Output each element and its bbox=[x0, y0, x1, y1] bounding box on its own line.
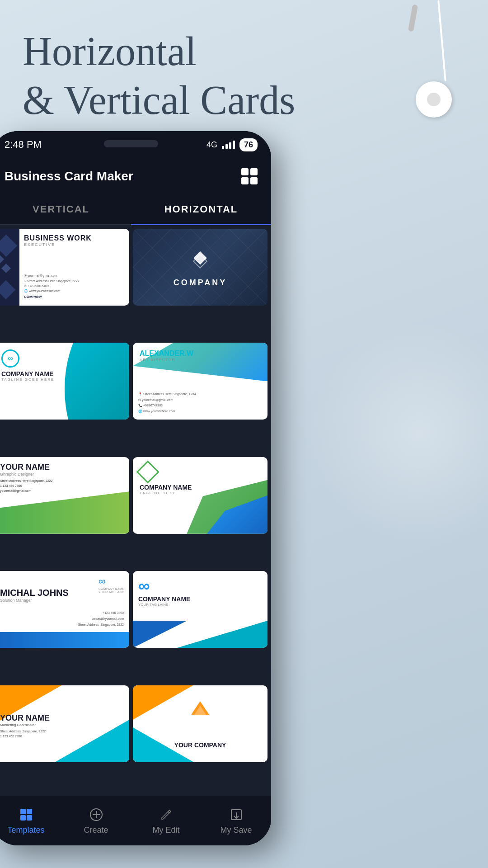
template-icon bbox=[18, 807, 34, 823]
speaker-grille bbox=[104, 140, 158, 147]
nav-create-label: Create bbox=[84, 826, 108, 835]
nav-my-edit-label: My Edit bbox=[152, 826, 179, 835]
earphones-decoration bbox=[371, 0, 470, 118]
card-7-title: Solution Manager bbox=[0, 598, 124, 603]
card-1-content: BUSINESS WORK EXECUTIVE bbox=[24, 234, 126, 247]
light-circle bbox=[307, 321, 488, 547]
card-7-contact: +123 456 7890 contact@yourmail.com Stree… bbox=[78, 610, 124, 627]
nav-templates-label: Templates bbox=[7, 826, 44, 835]
signal-bar-3 bbox=[229, 142, 231, 149]
card-2[interactable]: COMPANY bbox=[133, 229, 267, 306]
signal-bar-2 bbox=[225, 144, 228, 149]
battery-badge: 76 bbox=[239, 138, 258, 151]
card-1-subtitle: EXECUTIVE bbox=[24, 242, 126, 247]
card-4[interactable]: ALEXANDER.W ART DIRECTOR 📍 Street Addres… bbox=[133, 343, 267, 420]
grid-cell-2 bbox=[250, 168, 258, 175]
card-5-name: YOUR NAME bbox=[0, 462, 124, 472]
tabs-container: VERTICAL HORIZONTAL bbox=[0, 194, 271, 225]
signal-bar-4 bbox=[233, 141, 235, 149]
card-7-blue-bottom bbox=[0, 632, 129, 648]
card-8-infinity: ∞ bbox=[138, 576, 262, 595]
screen: 2:48 PM 4G 76 Business Card Maker bbox=[0, 131, 271, 845]
plus-icon bbox=[88, 807, 104, 823]
grid-cell-4 bbox=[250, 177, 258, 184]
bg-title-line1: Horizontal bbox=[23, 29, 197, 74]
card-6-logo bbox=[136, 460, 160, 483]
app-title: Business Card Maker bbox=[5, 169, 133, 184]
card-8-tagline: YOUR TAG LAINE bbox=[138, 603, 262, 607]
card-7-infinity: ∞ bbox=[99, 576, 125, 587]
card-8-name: COMPANY NAME bbox=[138, 595, 262, 603]
card-grid: BUSINESS WORK EXECUTIVE ✉ yourmail@gmail… bbox=[0, 225, 271, 799]
tab-horizontal[interactable]: HORIZONTAL bbox=[131, 194, 271, 224]
nav-create[interactable]: Create bbox=[61, 807, 131, 835]
nav-my-save[interactable]: My Save bbox=[201, 807, 271, 835]
tab-vertical[interactable]: VERTICAL bbox=[0, 194, 131, 224]
svg-rect-6 bbox=[20, 815, 26, 821]
svg-rect-5 bbox=[27, 809, 32, 814]
bottom-nav: Templates Create bbox=[0, 796, 271, 845]
nav-my-edit[interactable]: My Edit bbox=[131, 807, 201, 835]
card-5-wave bbox=[0, 491, 129, 534]
grid-cell-3 bbox=[241, 177, 249, 184]
card-10-company: YOUR COMPANY bbox=[133, 741, 267, 749]
card-4-name: ALEXANDER.W bbox=[140, 349, 261, 358]
save-icon bbox=[228, 807, 244, 823]
card-5-title: Ghraphic Designer bbox=[0, 472, 124, 476]
card-9-title: Marketing Coordinator bbox=[0, 723, 124, 727]
card-7-logo-name: COMPANY NAMEYOUR TAG LAINE bbox=[99, 587, 125, 594]
card-8[interactable]: ∞ COMPANY NAME YOUR TAG LAINE bbox=[133, 571, 267, 648]
card-10-arrow-logo bbox=[189, 699, 211, 717]
card-3[interactable]: ∞ COMPANY NAME TAGLINE GOES HERE bbox=[0, 343, 129, 420]
card-1-contact: ✉ yourmail@gmail.com ⌂ Street Address He… bbox=[24, 273, 80, 300]
signal-bars bbox=[222, 141, 235, 149]
card-7[interactable]: ∞ COMPANY NAMEYOUR TAG LAINE MICHAL JOHN… bbox=[0, 571, 129, 648]
card-6[interactable]: COMPANY NAME TAGLINE TEXT bbox=[133, 457, 267, 534]
card-8-cyan-tri bbox=[177, 621, 267, 648]
card-7-top-logo: ∞ COMPANY NAMEYOUR TAG LAINE bbox=[99, 576, 125, 594]
grid-icon[interactable] bbox=[241, 168, 258, 184]
app-header: Business Card Maker bbox=[0, 158, 271, 194]
bg-title-line2: & Vertical Cards bbox=[23, 78, 295, 123]
bg-title: Horizontal & Vertical Cards bbox=[23, 27, 295, 125]
earphone-cord bbox=[437, 0, 446, 81]
card-1[interactable]: BUSINESS WORK EXECUTIVE ✉ yourmail@gmail… bbox=[0, 229, 129, 306]
signal-bar-1 bbox=[222, 146, 224, 149]
status-time: 2:48 PM bbox=[5, 139, 42, 151]
network-label: 4G bbox=[206, 140, 217, 150]
svg-rect-7 bbox=[27, 815, 32, 821]
edit-icon bbox=[158, 807, 174, 823]
card-1-dark-side bbox=[0, 229, 19, 306]
earphone-jack bbox=[408, 4, 418, 32]
status-bar: 2:48 PM 4G 76 bbox=[0, 131, 271, 158]
card-5[interactable]: YOUR NAME Ghraphic Designer Street Addre… bbox=[0, 457, 129, 534]
card-9-name: YOUR NAME bbox=[0, 713, 124, 723]
card-1-title: BUSINESS WORK bbox=[24, 234, 126, 242]
phone: 2:48 PM 4G 76 Business Card Maker bbox=[0, 131, 271, 845]
nav-my-save-label: My Save bbox=[220, 826, 252, 835]
card-9-contact: Street Address ,Singapore, 2222 1 123 45… bbox=[0, 729, 124, 739]
nav-templates[interactable]: Templates bbox=[0, 807, 61, 835]
status-icons: 4G 76 bbox=[206, 138, 258, 151]
svg-rect-4 bbox=[20, 809, 26, 814]
earphone-bud bbox=[416, 81, 452, 118]
card-9[interactable]: YOUR NAME Marketing Coordinator Street A… bbox=[0, 685, 129, 762]
grid-cell-1 bbox=[241, 168, 249, 175]
card-5-contact: Street Address Here Singapore, 2222 1 12… bbox=[0, 478, 124, 494]
card-4-title: ART DIRECTOR bbox=[140, 358, 261, 362]
card-10[interactable]: YOUR COMPANY bbox=[133, 685, 267, 762]
card-3-logo: ∞ bbox=[1, 349, 19, 368]
card-4-contact: 📍 Street Address Here Singapore, 1234 ✉ … bbox=[138, 392, 196, 414]
